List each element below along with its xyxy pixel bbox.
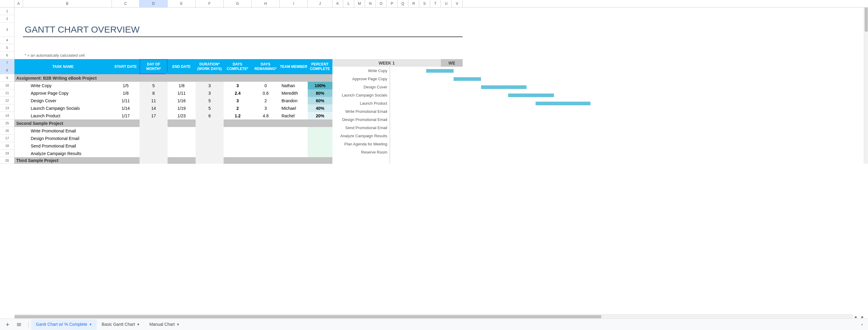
task-end-12[interactable]: 1/16	[167, 97, 195, 104]
task-remaining-13[interactable]: 3	[252, 104, 280, 112]
task-complete-11[interactable]: 2.4	[224, 89, 252, 97]
column-header-U[interactable]: U	[441, 0, 452, 7]
column-header-O[interactable]: O	[376, 0, 387, 7]
row-header-16[interactable]: 16	[0, 127, 14, 134]
select-all-corner[interactable]	[0, 0, 14, 7]
week-header-1[interactable]: WEEK 1	[333, 59, 441, 67]
row-header-8[interactable]: 8	[0, 67, 14, 74]
task-remaining-11[interactable]: 0.6	[252, 89, 280, 97]
header-J[interactable]: PERCENT COMPLETE	[308, 59, 333, 74]
header-A[interactable]: TASK NAME	[14, 59, 112, 74]
task-day-14[interactable]: 17	[140, 112, 167, 119]
task-pct-11[interactable]: 80%	[308, 89, 333, 97]
vertical-scrollbar[interactable]	[864, 7, 868, 164]
column-header-B[interactable]: B	[23, 0, 112, 7]
column-header-S[interactable]: S	[419, 0, 430, 7]
column-header-T[interactable]: T	[430, 0, 441, 7]
column-header-G[interactable]: G	[224, 0, 252, 7]
task-end-14[interactable]: 1/23	[167, 112, 195, 119]
task-name-14[interactable]: Launch Product	[29, 112, 112, 119]
column-header-K[interactable]: K	[333, 0, 343, 7]
task-member-12[interactable]: Brandon	[280, 97, 308, 104]
tab-dropdown-icon[interactable]: ▼	[137, 323, 140, 326]
task-day-13[interactable]: 14	[140, 104, 167, 112]
row-header-3[interactable]: 3	[0, 23, 14, 36]
week-header-2[interactable]: WE	[441, 59, 463, 67]
task-remaining-12[interactable]: 2	[252, 97, 280, 104]
column-header-C[interactable]: C	[112, 0, 140, 7]
row-header-18[interactable]: 18	[0, 142, 14, 150]
sheet-tab-0[interactable]: Gantt Chart w/ % Complete▼	[31, 320, 97, 330]
header-F[interactable]: DURATION* (WORK DAYS)	[195, 59, 224, 74]
row-header-19[interactable]: 19	[0, 150, 14, 157]
task-end-11[interactable]: 1/11	[167, 89, 195, 97]
task-member-14[interactable]: Rachel	[280, 112, 308, 119]
sheet-tab-1[interactable]: Basic Gantt Chart▼	[97, 320, 144, 330]
header-C[interactable]: START DATE	[112, 59, 140, 74]
row-header-9[interactable]: 9	[0, 74, 14, 82]
task-start-10[interactable]: 1/5	[112, 82, 140, 89]
subtask-pct-16[interactable]	[308, 127, 333, 134]
row-header-5[interactable]: 5	[0, 44, 14, 52]
subtask-name-19[interactable]: Analyze Campaign Results	[29, 150, 112, 157]
row-header-12[interactable]: 12	[0, 97, 14, 104]
task-name-10[interactable]: Write Copy	[29, 82, 112, 89]
task-pct-13[interactable]: 40%	[308, 104, 333, 112]
task-duration-10[interactable]: 3	[195, 82, 224, 89]
task-member-13[interactable]: Michael	[280, 104, 308, 112]
task-start-13[interactable]: 1/14	[112, 104, 140, 112]
row-header-1[interactable]: 1	[0, 7, 14, 15]
header-I[interactable]: TEAM MEMBER	[280, 59, 308, 74]
column-header-E[interactable]: E	[167, 0, 195, 7]
group-row-15[interactable]: Second Sample Project	[14, 119, 333, 127]
task-end-10[interactable]: 1/8	[167, 82, 195, 89]
task-complete-14[interactable]: 1.2	[224, 112, 252, 119]
column-header-M[interactable]: M	[354, 0, 365, 7]
column-header-I[interactable]: I	[280, 0, 308, 7]
task-day-11[interactable]: 8	[140, 89, 167, 97]
task-name-13[interactable]: Launch Campaign Socials	[29, 104, 112, 112]
task-member-11[interactable]: Meredith	[280, 89, 308, 97]
task-start-11[interactable]: 1/8	[112, 89, 140, 97]
horizontal-scrollbar[interactable]: ◄ ►	[14, 314, 853, 319]
task-duration-13[interactable]: 5	[195, 104, 224, 112]
task-start-14[interactable]: 1/17	[112, 112, 140, 119]
task-remaining-14[interactable]: 4.8	[252, 112, 280, 119]
task-complete-10[interactable]: 3	[224, 82, 252, 89]
header-H[interactable]: DAYS REMAINING*	[252, 59, 280, 74]
row-header-6[interactable]: 6	[0, 52, 14, 59]
subtask-pct-19[interactable]	[308, 150, 333, 157]
subtask-pct-18[interactable]	[308, 142, 333, 150]
row-header-14[interactable]: 14	[0, 112, 14, 119]
tab-dropdown-icon[interactable]: ▼	[89, 323, 92, 326]
scroll-left-icon[interactable]: ◄	[852, 314, 858, 319]
task-end-13[interactable]: 1/19	[167, 104, 195, 112]
column-header-D[interactable]: D	[140, 0, 167, 7]
task-name-12[interactable]: Design Cover	[29, 97, 112, 104]
group-row-9[interactable]: Assignment: B2B Writing eBook Project	[14, 74, 333, 82]
task-day-10[interactable]: 5	[140, 82, 167, 89]
row-header-15[interactable]: 15	[0, 119, 14, 127]
header-G[interactable]: DAYS COMPLETE*	[224, 59, 252, 74]
subtask-name-16[interactable]: Write Promotional Email	[29, 127, 112, 134]
task-complete-12[interactable]: 3	[224, 97, 252, 104]
column-header-Q[interactable]: Q	[398, 0, 408, 7]
task-duration-11[interactable]: 3	[195, 89, 224, 97]
task-pct-10[interactable]: 100%	[308, 82, 333, 89]
scroll-right-icon[interactable]: ►	[860, 314, 866, 319]
tab-nav-left-icon[interactable]	[859, 322, 865, 328]
column-header-P[interactable]: P	[387, 0, 398, 7]
task-complete-13[interactable]: 2	[224, 104, 252, 112]
subtask-pct-17[interactable]	[308, 134, 333, 142]
row-header-17[interactable]: 17	[0, 134, 14, 142]
header-D[interactable]: DAY OF MONTH*	[140, 59, 167, 74]
task-start-12[interactable]: 1/11	[112, 97, 140, 104]
row-header-13[interactable]: 13	[0, 104, 14, 112]
sheet-tab-2[interactable]: Manual Chart▼	[145, 320, 184, 330]
task-day-12[interactable]: 11	[140, 97, 167, 104]
column-header-N[interactable]: N	[365, 0, 376, 7]
row-header-11[interactable]: 11	[0, 89, 14, 97]
column-header-A[interactable]: A	[14, 0, 23, 7]
column-header-R[interactable]: R	[408, 0, 419, 7]
horizontal-scroll-thumb[interactable]	[14, 315, 601, 318]
